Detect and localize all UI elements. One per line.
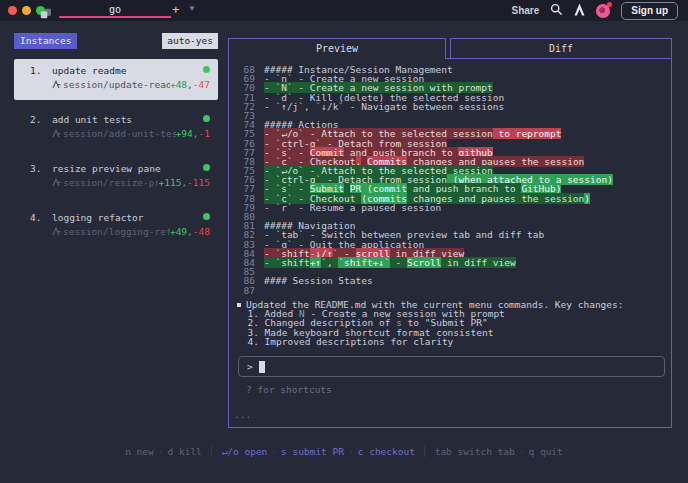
diff-line: 79- `r` - Resume a paused session [238,203,669,212]
instance-title: logging refactor [52,212,203,223]
git-branch-icon [52,227,61,236]
text-segment: `shift+↓` [338,257,389,268]
diff-content: 68##### Instance/Session Management69- `… [238,65,669,295]
cursor-pointer-icon[interactable] [574,2,585,20]
instance-branch: session/update-readme [63,79,170,90]
diff-stats: +49,-48 [170,226,210,237]
prompt-symbol: > [247,361,253,372]
diff-line: 87 [238,286,669,295]
diff-line: 72- `↑/j`, `↓/k` - Navigate between sess… [238,102,669,111]
separator: · [158,446,164,457]
window-layout-icon[interactable] [40,5,52,23]
status-dot-icon [203,164,210,171]
new-tab-button[interactable]: + [172,1,180,19]
git-branch-icon [52,129,61,138]
text-segment: - `↑/j`, `↓/k` - Navigate between sessio… [264,101,504,112]
assistant-summary: Updated the README.md with the current m… [236,300,668,346]
minimize-button[interactable] [22,6,31,15]
removed-lines: -115 [187,177,210,188]
text-segment: #### Session States [264,275,373,286]
tab-preview-label: Preview [316,43,358,54]
instance-title-row: 1. update readme [30,65,210,76]
added-lines: +49 [170,226,187,237]
search-icon[interactable] [550,2,563,20]
instance-number: 4. [30,212,52,223]
git-branch-icon [52,80,61,89]
instance-title-row: 4. logging refactor [30,212,210,223]
tab-diff-label: Diff [549,43,573,54]
avatar[interactable] [596,4,610,18]
shortcut-hint: tab switch tab [435,446,515,457]
separator: │ [209,446,215,457]
separator: · [519,446,525,457]
instance-branch-row: session/update-readme +48,-47 [30,79,210,90]
separator: │ [422,446,428,457]
shortcut-hint: s submit PR [281,446,344,457]
instance-item[interactable]: 2. add unit tests session/add-unit-tests… [14,108,218,149]
line-text: - `r` - Resume a paused session [264,203,441,212]
prompt-input[interactable]: > [238,356,665,377]
instance-title: update readme [52,65,203,76]
text-segment: +↑ [310,257,321,268]
bullet-icon [237,303,241,307]
tab-preview[interactable]: Preview [228,38,446,59]
instance-item[interactable]: 1. update readme session/update-readme +… [14,59,218,100]
text-segment: ) [584,193,590,204]
diff-stats: +115,-115 [158,177,210,188]
line-number: 87 [238,286,255,295]
added-lines: +115 [158,177,181,188]
text-segment: to reprompt [493,128,562,139]
instance-title: resize preview pane [52,163,203,174]
line-text: #### Session States [264,276,373,285]
close-button[interactable] [8,6,17,15]
instance-number: 2. [30,114,52,125]
shortcut-hint: c checkout [358,446,415,457]
line-text: - `shift+↑`, `shift+↓` - Scroll in diff … [264,258,516,267]
sidebar: Instances auto-yes 1. update readme sess… [14,33,218,255]
shortcut-hint: q quit [528,446,562,457]
instances-title-badge: Instances [14,33,77,49]
git-branch-icon [52,178,61,187]
text-segment: - [390,257,407,268]
instance-branch-row: session/resize-previe... +115,-115 [30,177,210,188]
added-lines: +48 [170,79,187,90]
status-dot-icon [203,66,210,73]
removed-lines: -47 [193,79,210,90]
instance-title: add unit tests [52,114,203,125]
instance-number: 3. [30,163,52,174]
instance-branch: session/resize-previe... [63,177,158,188]
text-segment: in diff view [441,257,515,268]
added-lines: +94 [176,128,193,139]
status-bar: n new·d kill│↵/o open·s submit PR·c chec… [0,446,688,457]
summary-line: 4. Improved descriptions for clarity [236,337,668,346]
diff-stats: +94,-1 [176,128,210,139]
text-segment: - `r` - Resume a paused session [264,202,441,213]
main-panel: Preview Diff 68##### Instance/Session Ma… [228,38,672,428]
separator: · [348,446,354,457]
status-dot-icon [203,115,210,122]
text-segment: Scroll [407,257,441,268]
instance-branch: session/logging-refactor [63,226,170,237]
share-button[interactable]: Share [512,5,540,16]
instance-title-row: 2. add unit tests [30,114,210,125]
signup-button[interactable]: Sign up [621,2,678,20]
instance-title-row: 3. resize preview pane [30,163,210,174]
status-dot-icon [203,213,210,220]
removed-lines: -48 [193,226,210,237]
tab-diff[interactable]: Diff [450,38,672,59]
text-segment: 4. Improved descriptions for clarity [236,336,453,347]
text-cursor [259,361,265,373]
diff-line: 86#### Session States [238,276,669,285]
instance-branch-row: session/logging-refactor +49,-48 [30,226,210,237]
instance-item[interactable]: 4. logging refactor session/logging-refa… [14,206,218,247]
instance-branch-row: session/add-unit-tests +94,-1 [30,128,210,139]
instance-list: 1. update readme session/update-readme +… [14,59,218,247]
active-tab-underline [59,16,171,18]
text-segment: `, [321,257,338,268]
shortcuts-hint: ? for shortcuts [246,384,332,395]
tab-dropdown-chevron-icon[interactable]: ▼ [188,4,196,13]
removed-lines: -1 [199,128,210,139]
top-bar: go + ▼ Share Sign up [0,0,688,21]
separator: · [271,446,277,457]
instance-item[interactable]: 3. resize preview pane session/resize-pr… [14,157,218,198]
